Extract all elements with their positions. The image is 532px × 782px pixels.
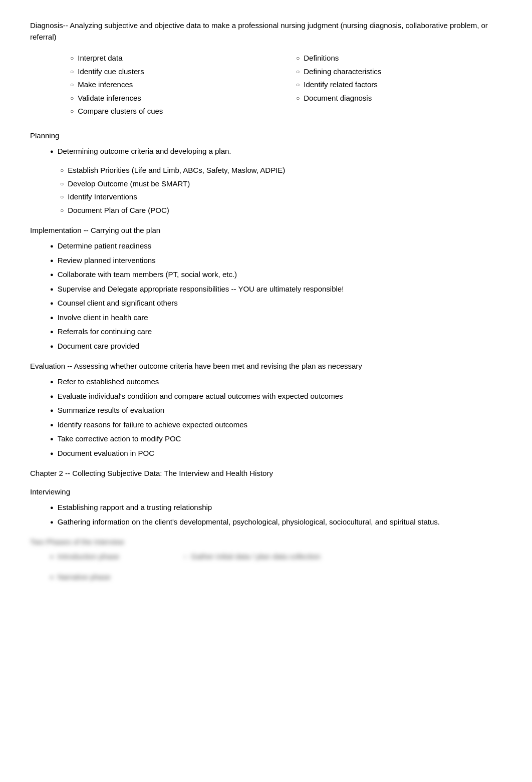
list-item: Identify Interventions <box>60 191 502 203</box>
list-item: Take corrective action to modify POC <box>30 433 502 445</box>
list-item: Validate inferences <box>70 93 276 104</box>
blurred-section: Two Phases of the Interview Introduction… <box>30 538 502 583</box>
diagnosis-right-list: Definitions Defining characteristics Ide… <box>296 53 502 104</box>
implementation-list: Determine patient readiness Review plann… <box>30 240 502 352</box>
list-item: Document care provided <box>30 341 502 352</box>
list-item: Document evaluation in POC <box>30 448 502 459</box>
planning-intro-item: Determining outcome criteria and develop… <box>30 146 502 157</box>
list-item: Defining characteristics <box>296 66 502 78</box>
list-item: Review planned interventions <box>30 255 502 267</box>
list-item: Determine patient readiness <box>30 240 502 252</box>
blurred-sub-list: Gather initial data / plan data collecti… <box>123 551 321 565</box>
list-item: Definitions <box>296 53 502 64</box>
list-item: Supervise and Delegate appropriate respo… <box>30 284 502 295</box>
list-item: Counsel client and significant others <box>30 298 502 309</box>
list-item: Interpret data <box>70 53 276 64</box>
planning-heading: Planning <box>30 131 502 140</box>
list-item: Referrals for continuing care <box>30 326 502 338</box>
evaluation-list: Refer to established outcomes Evaluate i… <box>30 376 502 459</box>
blurred-item: Introduction phase Gather initial data /… <box>30 551 502 569</box>
list-item: Compare clusters of cues <box>70 106 276 117</box>
list-item: Gathering information on the client's de… <box>30 516 502 528</box>
list-item: Document Plan of Care (POC) <box>60 205 502 216</box>
chapter2-heading: Chapter 2 -- Collecting Subjective Data:… <box>30 469 502 477</box>
evaluation-section: Evaluation -- Assessing whether outcome … <box>30 362 502 459</box>
planning-section: Planning Determining outcome criteria an… <box>30 131 502 216</box>
list-item: Develop Outcome (must be SMART) <box>60 178 502 190</box>
implementation-section: Implementation -- Carrying out the plan … <box>30 226 502 352</box>
list-item: Evaluate individual's condition and comp… <box>30 391 502 402</box>
list-item: Refer to established outcomes <box>30 376 502 388</box>
diagnosis-two-col: Interpret data Identify cue clusters Mak… <box>30 53 502 119</box>
blurred-list: Introduction phase Gather initial data /… <box>30 551 502 583</box>
diagnosis-right-col: Definitions Defining characteristics Ide… <box>296 53 502 119</box>
intro-text: Diagnosis-- Analyzing subjective and obj… <box>30 20 502 43</box>
list-item: Identify reasons for failure to achieve … <box>30 419 502 431</box>
list-item: Establishing rapport and a trusting rela… <box>30 502 502 513</box>
chapter2-section: Chapter 2 -- Collecting Subjective Data:… <box>30 469 502 477</box>
list-item: Identify related factors <box>296 79 502 91</box>
planning-sub-list: Establish Priorities (Life and Limb, ABC… <box>30 165 502 216</box>
list-item: Make inferences <box>70 79 276 91</box>
list-item: Summarize results of evaluation <box>30 405 502 416</box>
list-item: Collaborate with team members (PT, socia… <box>30 269 502 281</box>
list-item: Document diagnosis <box>296 93 502 104</box>
list-item: Identify cue clusters <box>70 66 276 78</box>
blurred-item: Narrative phase <box>30 572 502 583</box>
diagnosis-left-list: Interpret data Identify cue clusters Mak… <box>70 53 276 117</box>
blurred-heading: Two Phases of the Interview <box>30 538 502 546</box>
interviewing-section: Interviewing Establishing rapport and a … <box>30 487 502 528</box>
planning-main-list: Determining outcome criteria and develop… <box>30 146 502 157</box>
list-item: Establish Priorities (Life and Limb, ABC… <box>60 165 502 176</box>
list-item: Involve client in health care <box>30 312 502 324</box>
blurred-sub-item: Gather initial data / plan data collecti… <box>163 551 321 563</box>
evaluation-heading: Evaluation -- Assessing whether outcome … <box>30 362 502 370</box>
implementation-heading: Implementation -- Carrying out the plan <box>30 226 502 234</box>
interviewing-list: Establishing rapport and a trusting rela… <box>30 502 502 528</box>
interviewing-heading: Interviewing <box>30 487 502 496</box>
diagnosis-left-col: Interpret data Identify cue clusters Mak… <box>70 53 276 119</box>
